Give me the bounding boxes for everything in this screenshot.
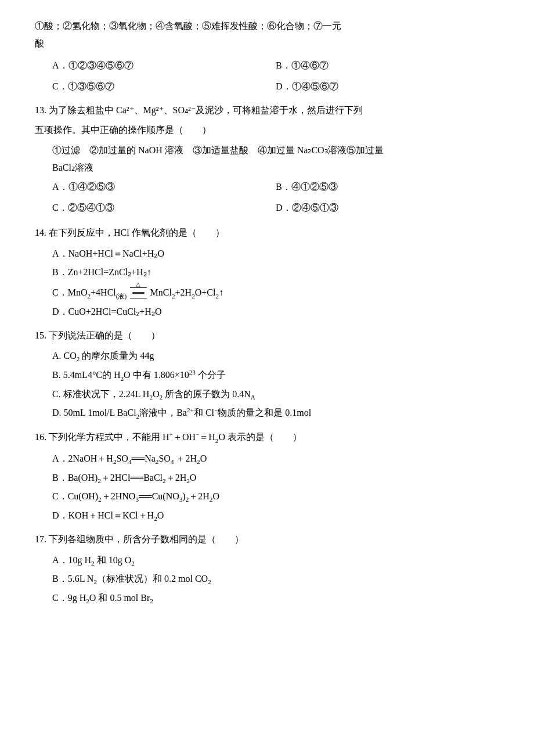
q15-option-c: C. 标准状况下，2.24L H2O2 所含的原子数为 0.4NA — [52, 385, 499, 404]
q12-option-d: D．①④⑤⑥⑦ — [276, 76, 499, 97]
q13-steps: ①过滤 ②加过量的 NaOH 溶液 ③加适量盐酸 ④加过量 Na₂CO₃溶液⑤加… — [52, 142, 499, 159]
q14-option-d: D．CuO+2HCl=CuCl₂+H₂O — [52, 303, 499, 321]
q13-option-d: D．②④⑤①③ — [276, 197, 499, 218]
q16-title: 16. 下列化学方程式中，不能用 H+＋OH−＝H2O 表示的是（ ） — [35, 429, 499, 447]
q13-title2: 五项操作。其中正确的操作顺序是（ ） — [35, 121, 499, 139]
q16-options: A．2NaOH＋H2SO4══Na2SO4 ＋2H2O B．Ba(OH)2＋2H… — [52, 449, 499, 525]
question-14: 14. 在下列反应中，HCl 作氧化剂的是（ ） A．NaOH+HCl＝NaCl… — [35, 224, 499, 321]
q14-option-a: A．NaOH+HCl＝NaCl+H₂O — [52, 244, 499, 263]
q17-option-c: C．9g H2O 和 0.5 mol Br2 — [52, 589, 499, 608]
q16-option-d: D．KOH＋HCl＝KCl＋H2O — [52, 506, 499, 525]
intro-line1: ①酸；②氢化物；③氧化物；④含氧酸；⑤难挥发性酸；⑥化合物；⑦一元 — [35, 21, 341, 31]
q12-option-c: C．①③⑤⑥⑦ — [52, 76, 276, 97]
q17-title: 17. 下列各组物质中，所含分子数相同的是（ ） — [35, 531, 499, 548]
q17-option-a: A．10g H2 和 10g O2 — [52, 551, 499, 570]
intro-text: ①酸；②氢化物；③氧化物；④含氧酸；⑤难挥发性酸；⑥化合物；⑦一元 酸 — [35, 17, 499, 53]
q13-options: A．①④②⑤③ B．④①②⑤③ C．②⑤④①③ D．②④⑤①③ — [52, 177, 499, 218]
q16-option-b: B．Ba(OH)2＋2HCl══BaCl2＋2H2O — [52, 469, 499, 488]
q16-option-a: A．2NaOH＋H2SO4══Na2SO4 ＋2H2O — [52, 449, 499, 469]
q16-option-c: C．Cu(OH)2＋2HNO3══Cu(NO3)2＋2H2O — [52, 487, 499, 506]
question-15: 15. 下列说法正确的是（ ） A. CO2 的摩尔质量为 44g B. 5.4… — [35, 327, 499, 423]
question-13: 13. 为了除去粗盐中 Ca²⁺、Mg²⁺、SO₄²⁻及泥沙，可将粗盐溶于水，然… — [35, 102, 499, 219]
q17-option-b: B．5.6L N2（标准状况）和 0.2 mol CO2 — [52, 570, 499, 589]
q15-title: 15. 下列说法正确的是（ ） — [35, 327, 499, 344]
q12-option-a: A．①②③④⑤⑥⑦ — [52, 55, 276, 76]
q15-option-d: D. 50mL 1mol/L BaCl2溶液中，Ba2+和 Cl−物质的量之和是… — [52, 404, 499, 423]
q14-title: 14. 在下列反应中，HCl 作氧化剂的是（ ） — [35, 224, 499, 242]
q12-option-b: B．①④⑥⑦ — [276, 55, 499, 76]
q17-options: A．10g H2 和 10g O2 B．5.6L N2（标准状况）和 0.2 m… — [52, 551, 499, 608]
q14-option-b: B．Zn+2HCl=ZnCl₂+H₂↑ — [52, 263, 499, 282]
q12-options: A．①②③④⑤⑥⑦ B．①④⑥⑦ C．①③⑤⑥⑦ D．①④⑤⑥⑦ — [52, 55, 499, 97]
question-16: 16. 下列化学方程式中，不能用 H+＋OH−＝H2O 表示的是（ ） A．2N… — [35, 429, 499, 525]
q15-option-a: A. CO2 的摩尔质量为 44g — [52, 347, 499, 366]
q14-options: A．NaOH+HCl＝NaCl+H₂O B．Zn+2HCl=ZnCl₂+H₂↑ … — [52, 244, 499, 321]
q15-options: A. CO2 的摩尔质量为 44g B. 5.4mL4°C的 H2O 中有 1.… — [52, 347, 499, 423]
q13-title: 13. 为了除去粗盐中 Ca²⁺、Mg²⁺、SO₄²⁻及泥沙，可将粗盐溶于水，然… — [35, 102, 499, 119]
q14-option-c: C．MnO2+4HCl(液) △ ══ MnCl2+2H2O+Cl2↑ — [52, 282, 499, 303]
q13-option-c: C．②⑤④①③ — [52, 197, 276, 218]
q13-steps2: BaCl₂溶液 — [52, 159, 499, 177]
question-17: 17. 下列各组物质中，所含分子数相同的是（ ） A．10g H2 和 10g … — [35, 531, 499, 607]
q13-option-a: A．①④②⑤③ — [52, 177, 276, 197]
intro-line2: 酸 — [35, 38, 44, 48]
q13-option-b: B．④①②⑤③ — [276, 177, 499, 197]
q15-option-b: B. 5.4mL4°C的 H2O 中有 1.806×1023 个分子 — [52, 366, 499, 385]
